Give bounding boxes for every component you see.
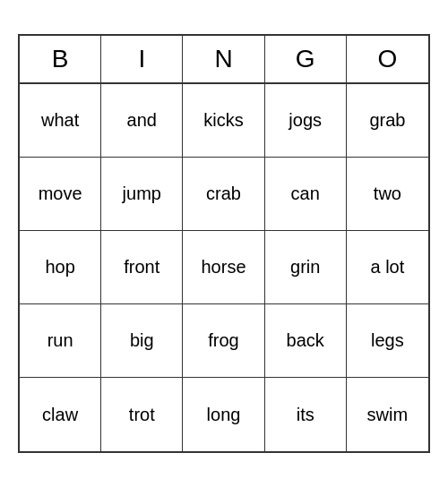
cell-1-4: two (347, 158, 428, 231)
header-o: O (347, 36, 428, 82)
cell-2-3: grin (265, 231, 347, 304)
bingo-card: B I N G O what and kicks jogs grab move … (18, 34, 430, 453)
cell-4-3: its (265, 378, 347, 451)
header-g: G (265, 36, 347, 82)
cell-1-3: can (265, 158, 347, 231)
cell-0-3: jogs (265, 84, 347, 158)
bingo-grid: what and kicks jogs grab move jump crab … (20, 84, 428, 451)
cell-2-1: front (101, 231, 183, 304)
cell-0-1: and (101, 84, 183, 158)
header-i: I (101, 36, 183, 82)
cell-0-2: kicks (183, 84, 264, 158)
cell-3-0: run (20, 304, 101, 378)
cell-2-0: hop (20, 231, 101, 304)
cell-4-2: long (183, 378, 264, 451)
cell-3-4: legs (347, 304, 428, 378)
header-n: N (183, 36, 264, 82)
cell-4-0: claw (20, 378, 101, 451)
cell-1-1: jump (101, 158, 183, 231)
cell-3-3: back (265, 304, 347, 378)
cell-0-0: what (20, 84, 101, 158)
cell-1-0: move (20, 158, 101, 231)
cell-1-2: crab (183, 158, 264, 231)
cell-3-1: big (101, 304, 183, 378)
cell-3-2: frog (183, 304, 264, 378)
bingo-header: B I N G O (20, 36, 428, 84)
cell-2-2: horse (183, 231, 264, 304)
cell-4-1: trot (101, 378, 183, 451)
cell-0-4: grab (347, 84, 428, 158)
cell-4-4: swim (347, 378, 428, 451)
header-b: B (20, 36, 101, 82)
cell-2-4: a lot (347, 231, 428, 304)
